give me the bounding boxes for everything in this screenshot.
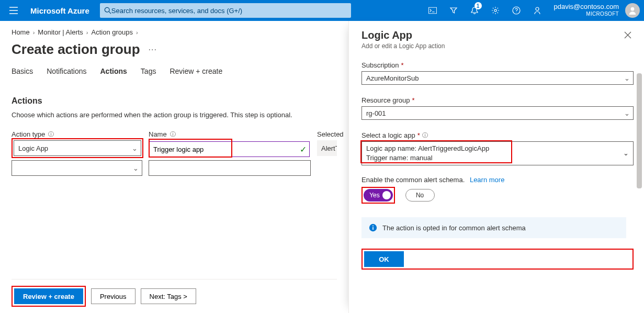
schema-toggle-no[interactable]: No [405,189,435,202]
tab-notifications[interactable]: Notifications [47,67,86,77]
close-icon[interactable] [622,29,634,41]
actions-grid-header: Action type ⓘ Name ⓘ Selected [12,130,337,138]
previous-button[interactable]: Previous [91,288,135,304]
selected-action-cell[interactable]: AlertTriggeredLogicApp [317,140,337,156]
page-title: Create action group [12,41,140,58]
cloud-shell-icon[interactable] [423,0,442,21]
panel-subtitle: Add or edit a Logic App action [361,42,445,50]
more-actions-icon[interactable]: ··· [149,45,157,54]
feedback-icon[interactable] [528,0,547,21]
info-banner-text: The action is opted in for common alert … [382,224,526,232]
user-directory: MICROSOFT [554,10,619,18]
svg-rect-8 [372,227,374,230]
chevron-down-icon: ⌄ [132,144,138,152]
wizard-tabs: Basics Notifications Actions Tags Review… [12,67,337,77]
breadcrumb: Home › Monitor | Alerts › Action groups … [12,28,337,36]
svg-point-0 [105,7,109,12]
next-tags-button[interactable]: Next: Tags > [141,288,196,304]
chevron-right-icon: › [86,29,88,36]
svg-point-6 [631,7,635,11]
action-type-value: Logic App [18,144,48,152]
notifications-icon[interactable]: 1 [465,0,484,21]
breadcrumb-action-groups[interactable]: Action groups [92,28,133,36]
section-heading-actions: Actions [12,96,337,106]
ok-button[interactable]: OK [364,251,404,267]
tab-review-create[interactable]: Review + create [170,67,222,77]
notifications-badge: 1 [474,2,482,9]
info-icon[interactable]: ⓘ [170,130,176,138]
column-header-selected: Selected [317,130,344,138]
tab-basics[interactable]: Basics [12,67,33,77]
logic-app-select[interactable]: Logic app name: AlertTriggeredLogicApp T… [361,141,634,165]
toggle-no-label: No [416,192,424,199]
chevron-right-icon: › [136,29,138,36]
topbar-utility-icons: 1 [423,0,547,21]
wizard-footer: Review + create Previous Next: Tags > [12,279,337,313]
search-icon [104,7,111,14]
review-create-button[interactable]: Review + create [14,288,83,304]
select-logic-app-label: Select a logic app [361,131,415,139]
action-row: Logic App ⌄ ✓ AlertTriggeredLogicApp [12,140,337,158]
scrollbar-thumb[interactable] [637,73,642,188]
global-search[interactable] [100,3,351,18]
azure-topbar: Microsoft Azure 1 pdavis@conto [0,0,644,21]
common-alert-schema-label: Enable the common alert schema. [361,176,465,184]
panel-title: Logic App [361,29,445,41]
settings-gear-icon[interactable] [486,0,505,21]
filter-icon[interactable] [444,0,463,21]
resource-group-select[interactable]: rg-001 ⌄ [361,106,634,120]
chevron-down-icon: ⌄ [624,74,630,82]
subscription-label: Subscription [361,61,399,69]
info-icon[interactable]: ⓘ [422,131,428,139]
learn-more-link[interactable]: Learn more [470,176,504,184]
search-input[interactable] [111,7,347,15]
svg-point-5 [536,7,539,10]
column-header-name: Name [149,130,167,138]
tab-actions[interactable]: Actions [100,67,127,77]
action-row-empty: ⌄ [12,160,337,176]
action-type-select[interactable]: Logic App ⌄ [14,140,141,156]
required-asterisk: * [412,96,415,104]
user-email: pdavis@contoso.com [554,3,619,10]
svg-point-9 [372,225,374,226]
user-account-block[interactable]: pdavis@contoso.com MICROSOFT [547,3,623,18]
logic-app-panel: Logic App Add or edit a Logic App action… [348,21,644,313]
section-description: Choose which actions are performed when … [12,111,337,119]
svg-line-1 [109,12,111,14]
breadcrumb-home[interactable]: Home [12,28,30,36]
breadcrumb-monitor-alerts[interactable]: Monitor | Alerts [38,28,83,36]
logic-app-name-line: Logic app name: AlertTriggeredLogicApp [366,144,629,153]
hamburger-menu-icon[interactable] [4,7,23,14]
main-content: Home › Monitor | Alerts › Action groups … [0,21,348,313]
action-name-input[interactable] [149,141,310,157]
brand-label: Microsoft Azure [23,6,97,15]
subscription-select[interactable]: AzureMonitorSub ⌄ [361,71,634,85]
action-type-select-empty[interactable]: ⌄ [12,160,142,176]
chevron-down-icon: ⌄ [623,149,629,158]
panel-scrollbar[interactable] [637,73,643,308]
required-asterisk: * [417,131,420,139]
tab-tags[interactable]: Tags [141,67,156,77]
help-icon[interactable] [507,0,526,21]
required-asterisk: * [401,61,404,69]
info-icon[interactable]: ⓘ [48,130,54,138]
chevron-down-icon: ⌄ [624,109,630,117]
resource-group-label: Resource group [361,96,410,104]
chevron-down-icon: ⌄ [133,164,139,172]
resource-group-value: rg-001 [366,109,386,117]
toggle-yes-label: Yes [369,192,387,199]
avatar[interactable] [625,3,640,18]
subscription-value: AzureMonitorSub [366,74,419,82]
logic-app-trigger-line: Trigger name: manual [366,153,629,163]
check-icon: ✓ [300,144,307,154]
svg-point-3 [494,9,496,12]
svg-rect-2 [428,7,436,14]
info-icon [369,223,377,232]
action-name-input-empty[interactable] [149,160,311,176]
schema-toggle-yes[interactable]: Yes [364,189,393,202]
info-banner: The action is opted in for common alert … [361,217,626,238]
column-header-action-type: Action type [12,130,45,138]
chevron-right-icon: › [33,29,35,36]
